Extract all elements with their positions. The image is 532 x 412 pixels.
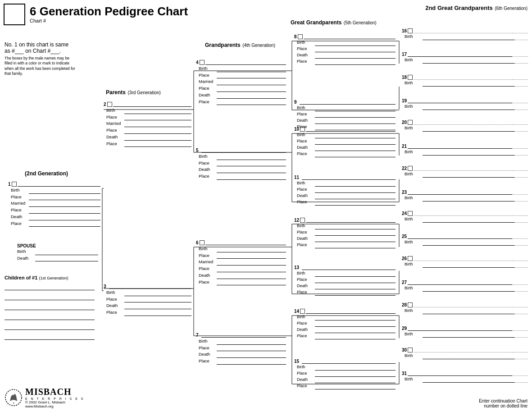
person-4: 4 Birth Place Married Place Death Place [196, 59, 286, 105]
person-7-num: 7 [196, 333, 199, 338]
header: 6 Generation Pedigree Chart Chart # [4, 4, 188, 25]
person-27: 27 Birth [402, 279, 528, 292]
person-15-nameline[interactable] [302, 357, 396, 364]
person-31: 31 Birth [402, 370, 528, 383]
person-12: 12 Birth Place Death Place [294, 216, 396, 248]
person-3-nameline[interactable] [109, 283, 191, 289]
person-5: 5 Birth Place Death Place [196, 146, 286, 180]
person-1-fields: Birth Place Married Place Death Place [8, 187, 100, 227]
child-lines [5, 283, 95, 340]
person-5-num: 5 [196, 148, 199, 153]
gen6-label: 2nd Great Grandparents (6th Generation) [425, 4, 527, 12]
misbach-logo-icon: ✦ [5, 389, 23, 407]
person-12-nameline[interactable] [306, 216, 396, 223]
person-14-checkbox[interactable] [300, 309, 305, 314]
enterprises-label: E N T E R P R I S E S [25, 397, 84, 400]
person-26: 26 Birth [402, 255, 528, 268]
person-6-nameline[interactable] [205, 239, 286, 245]
person-29: 29 Birth [402, 325, 528, 338]
no1-text: No. 1 on this chart is same as #___ on C… [5, 41, 77, 77]
person-5-fields: Birth Place Death Place [196, 153, 286, 180]
person-10-nameline[interactable] [306, 125, 396, 132]
person-11-fields: Birth Place Death Place [294, 180, 396, 206]
person-22: 22 Birth [402, 165, 528, 178]
spouse-section: SPOUSE Birth Death [8, 243, 98, 261]
person-13-num: 13 [294, 266, 299, 270]
gen4-label: Grandparents (4th Generation) [205, 41, 275, 49]
person-7: 7 Birth Place Death Place [196, 331, 286, 365]
person-8-checkbox[interactable] [298, 34, 303, 39]
person-2-fields: Birth Place Married Place Death Place [104, 107, 191, 147]
person-14-num: 14 [294, 309, 299, 314]
footer-logo: ✦ MISBACH E N T E R P R I S E S © 2002 G… [5, 387, 84, 408]
children-section: Children of #1 (1st Generation) [5, 275, 95, 340]
person-30: 30 Birth [402, 346, 528, 359]
person-14-fields: Birth Place Death Place [294, 314, 396, 339]
person-14: 14 Birth Place Death Place [294, 307, 396, 339]
misbach-name: MISBACH [25, 387, 84, 397]
person-12-fields: Birth Place Death Place [294, 223, 396, 248]
person-12-num: 12 [294, 218, 299, 223]
person-2-num: 2 [104, 102, 106, 107]
person-20: 20 Birth [402, 119, 528, 132]
person-4-nameline[interactable] [205, 59, 286, 65]
person-28: 28 Birth [402, 301, 528, 314]
person-6-checkbox[interactable] [200, 240, 205, 245]
person-1: 1 Birth Place Married Place Death Place [8, 180, 100, 227]
person-4-fields: Birth Place Married Place Death Place [196, 65, 286, 105]
person-1-checkbox[interactable] [12, 182, 17, 187]
person-18: 18 Birth [402, 73, 528, 87]
person-17: 17 Birth [402, 50, 528, 64]
person-6: 6 Birth Place Married Place Death Place [196, 239, 286, 285]
person-10: 10 Birth Place Death Place [294, 125, 396, 157]
person-19: 19 Birth [402, 97, 528, 110]
person-6-fields: Birth Place Married Place Death Place [196, 246, 286, 285]
person-10-fields: Birth Place Death Place [294, 132, 396, 157]
person-21: 21 Birth [402, 142, 528, 156]
copyright: © 2002 Grant L. Misbach [25, 400, 84, 404]
person-10-num: 10 [294, 127, 299, 132]
page: 6 Generation Pedigree Chart Chart # 2nd … [0, 0, 532, 412]
person-15-fields: Birth Place Death Place [294, 364, 396, 389]
person-10-checkbox[interactable] [300, 127, 305, 132]
person-9-nameline[interactable] [300, 98, 396, 105]
person-14-nameline[interactable] [306, 307, 396, 314]
person-13-fields: Birth Place Death Place [294, 270, 396, 296]
person-2-nameline[interactable] [113, 101, 191, 107]
person-13-nameline[interactable] [302, 264, 396, 270]
person-8-nameline[interactable] [304, 33, 396, 39]
website: www.Misbach.org [25, 404, 84, 408]
person-4-num: 4 [196, 60, 199, 65]
person-3: 3 Birth Place Death Place [104, 283, 191, 316]
person-4-checkbox[interactable] [200, 60, 205, 65]
person-13: 13 Birth Place Death Place [294, 264, 396, 296]
person-1-num: 1 [8, 182, 11, 187]
person-8: 8 Birth Place Death Place [294, 33, 396, 65]
person-11-nameline[interactable] [302, 174, 396, 180]
person-7-nameline[interactable] [201, 331, 286, 338]
person-24: 24 Birth [402, 210, 528, 223]
person-12-checkbox[interactable] [300, 218, 305, 223]
person-5-nameline[interactable] [201, 146, 286, 153]
spouse-label: SPOUSE [8, 243, 98, 248]
main-title: 6 Generation Pedigree Chart [30, 5, 188, 17]
person-16: 16 Birth [402, 27, 528, 40]
chart-hash-label: Chart # [30, 18, 188, 23]
person-25: 25 Birth [402, 233, 528, 246]
gen5-label: Great Grandparents (5th Generation) [291, 18, 377, 26]
chart-box [4, 4, 25, 25]
person-15-num: 15 [294, 359, 299, 364]
person-3-num: 3 [104, 284, 106, 289]
children-label: Children of #1 (1st Generation) [5, 275, 95, 280]
person-23: 23 Birth [402, 188, 528, 201]
person-2: 2 Birth Place Married Place Death Place [104, 101, 191, 147]
person-8-num: 8 [294, 35, 297, 39]
person-1-nameline[interactable] [18, 180, 100, 187]
person-2-checkbox[interactable] [107, 102, 112, 107]
svg-text:✦: ✦ [13, 402, 14, 404]
person-3-fields: Birth Place Death Place [104, 289, 191, 316]
continuation-note: Enter continuation Chart number on dotte… [479, 398, 527, 408]
person-11-num: 11 [294, 175, 299, 180]
gen2-label: (2nd Generation) [25, 169, 68, 177]
person-7-fields: Birth Place Death Place [196, 338, 286, 365]
